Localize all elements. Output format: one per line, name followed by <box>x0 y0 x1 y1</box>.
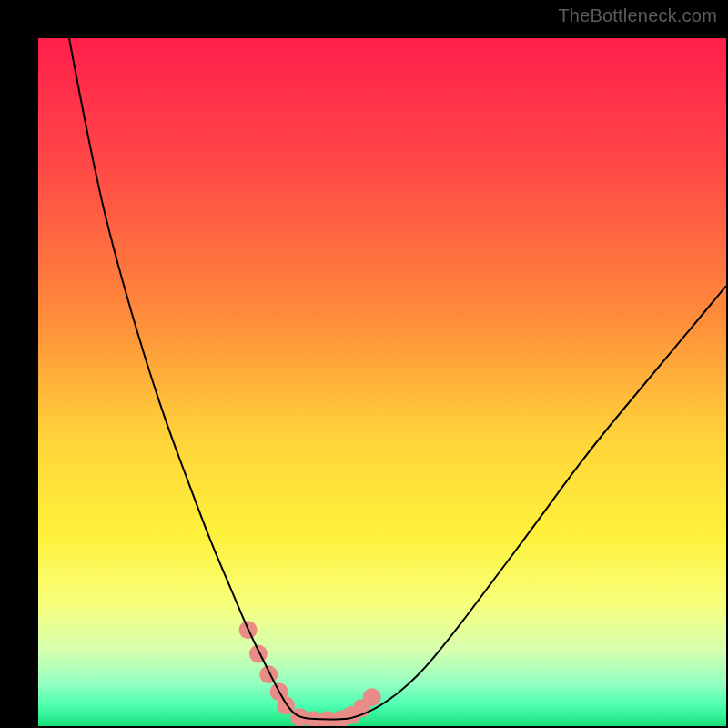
highlight-dot <box>259 665 278 683</box>
chart-frame: TheBottleneck.com <box>0 0 728 728</box>
chart-canvas <box>38 38 726 726</box>
watermark-label: TheBottleneck.com <box>558 5 717 26</box>
plot-area <box>38 38 726 726</box>
highlight-dot <box>249 645 268 663</box>
highlight-dot <box>363 688 381 706</box>
highlight-dots <box>239 621 381 726</box>
bottleneck-curve <box>69 38 726 719</box>
